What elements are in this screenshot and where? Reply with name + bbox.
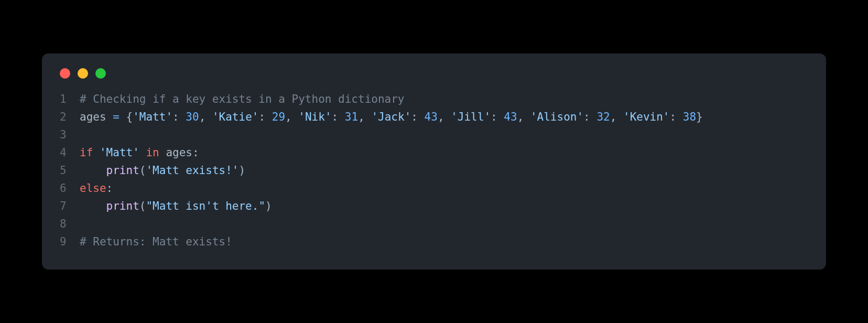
comma: , bbox=[199, 111, 212, 123]
string: 'Matt' bbox=[100, 146, 139, 159]
string: 'Kevin' bbox=[623, 111, 670, 123]
comment: # Returns: Matt exists! bbox=[80, 235, 232, 248]
colon: : bbox=[172, 111, 186, 123]
brace: { bbox=[126, 111, 133, 123]
number: 31 bbox=[345, 111, 358, 123]
function-call: print bbox=[106, 164, 139, 177]
space bbox=[159, 146, 166, 159]
string: 'Nik' bbox=[298, 111, 331, 123]
line-number: 8 bbox=[60, 215, 80, 233]
comma: , bbox=[358, 111, 371, 123]
line-number: 3 bbox=[60, 126, 80, 144]
code-line: 1 # Checking if a key exists in a Python… bbox=[60, 90, 808, 108]
code-line: 6 else: bbox=[60, 179, 808, 197]
code-window: 1 # Checking if a key exists in a Python… bbox=[42, 53, 826, 270]
comma: , bbox=[285, 111, 298, 123]
paren: ) bbox=[238, 164, 245, 177]
number: 43 bbox=[425, 111, 438, 123]
keyword-in: in bbox=[146, 146, 159, 159]
string: "Matt isn't here." bbox=[146, 200, 265, 212]
line-number: 2 bbox=[60, 108, 80, 126]
brace: } bbox=[696, 111, 703, 123]
window-controls bbox=[42, 68, 826, 90]
code-line: 9 # Returns: Matt exists! bbox=[60, 233, 808, 251]
string: 'Alison' bbox=[530, 111, 583, 123]
comment: # Checking if a key exists in a Python d… bbox=[80, 93, 405, 105]
colon: : bbox=[332, 111, 345, 123]
colon: : bbox=[491, 111, 504, 123]
maximize-icon[interactable] bbox=[95, 68, 106, 79]
line-number: 4 bbox=[60, 144, 80, 162]
code-line: 8 bbox=[60, 215, 808, 233]
space bbox=[139, 146, 146, 159]
colon: : bbox=[106, 182, 113, 195]
string: 'Katie' bbox=[212, 111, 259, 123]
paren: ( bbox=[139, 200, 146, 212]
indent bbox=[80, 200, 106, 212]
comma: , bbox=[438, 111, 451, 123]
keyword-if: if bbox=[80, 146, 93, 159]
colon: : bbox=[258, 111, 272, 123]
indent bbox=[80, 164, 106, 177]
function-call: print bbox=[106, 200, 139, 212]
line-number: 1 bbox=[60, 90, 80, 108]
number: 43 bbox=[504, 111, 517, 123]
comma: , bbox=[517, 111, 530, 123]
code-line: 4 if 'Matt' in ages: bbox=[60, 144, 808, 162]
string: 'Matt exists!' bbox=[146, 164, 238, 177]
colon: : bbox=[583, 111, 596, 123]
identifier: ages bbox=[166, 146, 192, 159]
code-line: 7 print("Matt isn't here.") bbox=[60, 197, 808, 215]
operator: = bbox=[106, 111, 126, 123]
string: 'Jack' bbox=[371, 111, 411, 123]
number: 32 bbox=[596, 111, 610, 123]
colon: : bbox=[670, 111, 683, 123]
comma: , bbox=[610, 111, 623, 123]
paren: ) bbox=[265, 200, 272, 212]
string: 'Matt' bbox=[133, 111, 172, 123]
colon: : bbox=[411, 111, 424, 123]
line-number: 9 bbox=[60, 233, 80, 251]
code-line: 3 bbox=[60, 126, 808, 144]
string: 'Jill' bbox=[451, 111, 491, 123]
number: 30 bbox=[186, 111, 199, 123]
keyword-else: else bbox=[80, 182, 106, 195]
close-icon[interactable] bbox=[60, 68, 70, 79]
code-line: 2 ages = {'Matt': 30, 'Katie': 29, 'Nik'… bbox=[60, 108, 808, 126]
paren: ( bbox=[139, 164, 146, 177]
minimize-icon[interactable] bbox=[78, 68, 88, 79]
code-line: 5 print('Matt exists!') bbox=[60, 162, 808, 179]
number: 38 bbox=[683, 111, 696, 123]
line-number: 6 bbox=[60, 179, 80, 197]
line-number: 5 bbox=[60, 162, 80, 179]
identifier: ages bbox=[80, 111, 106, 123]
code-block: 1 # Checking if a key exists in a Python… bbox=[42, 90, 826, 251]
number: 29 bbox=[272, 111, 285, 123]
line-number: 7 bbox=[60, 197, 80, 215]
colon: : bbox=[192, 146, 199, 159]
space bbox=[93, 146, 100, 159]
